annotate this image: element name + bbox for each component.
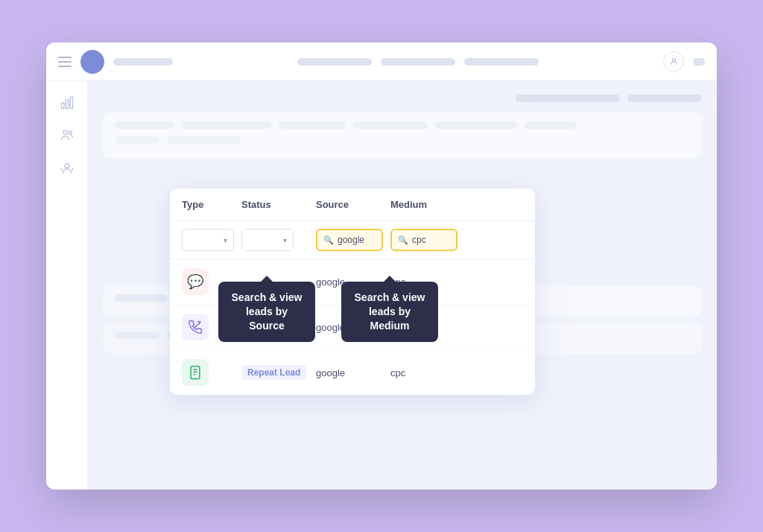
table-row: Repeat Lead google cpc xyxy=(170,350,535,395)
bg-table-top xyxy=(103,113,702,159)
hamburger-icon[interactable] xyxy=(58,57,72,67)
col-type: Type xyxy=(182,199,241,210)
svg-line-11 xyxy=(194,322,200,329)
svg-rect-2 xyxy=(66,100,68,109)
medium-search-value[interactable]: cpc xyxy=(412,235,426,245)
column-headers: Type Status Source Medium xyxy=(170,189,535,221)
main-layout: Type Status Source Medium ▾ xyxy=(46,81,717,490)
svg-rect-1 xyxy=(61,103,63,109)
browser-window: Type Status Source Medium ▾ xyxy=(46,42,717,490)
filter-row: ▾ ▾ 🔍 google xyxy=(170,221,535,259)
sidebar-item-leads[interactable] xyxy=(59,127,75,144)
content-area: Type Status Source Medium ▾ xyxy=(88,81,717,490)
tooltip-source-text: Search & view leads by Source xyxy=(232,291,303,332)
tooltip-source: Search & view leads by Source xyxy=(218,282,315,342)
top-bar xyxy=(46,42,717,81)
source-search-field[interactable]: 🔍 google xyxy=(316,229,383,251)
status-select-box[interactable]: ▾ xyxy=(241,229,294,251)
type-filter[interactable]: ▾ xyxy=(182,229,241,251)
content-top xyxy=(103,95,702,102)
nav-link-1[interactable] xyxy=(297,58,372,66)
medium-search-field[interactable]: 🔍 cpc xyxy=(390,229,458,251)
top-bar-placeholder-2 xyxy=(627,95,702,102)
source-search-value[interactable]: google xyxy=(338,235,364,245)
type-select-box[interactable]: ▾ xyxy=(182,229,234,251)
top-bar-placeholder-1 xyxy=(516,95,620,102)
type-icon-phone xyxy=(182,314,209,341)
type-icon-form xyxy=(182,359,209,386)
tooltip-medium: Search & view leads by Medium xyxy=(341,282,438,342)
status-cell-3: Repeat Lead xyxy=(241,365,316,380)
svg-point-0 xyxy=(672,58,675,61)
nav-link-2[interactable] xyxy=(381,58,455,66)
svg-point-6 xyxy=(65,164,69,168)
user-menu-icon[interactable] xyxy=(663,51,684,72)
avatar xyxy=(80,50,104,74)
col-source: Source xyxy=(316,199,390,210)
medium-cell-3: cpc xyxy=(390,367,465,379)
sidebar-item-analytics[interactable] xyxy=(59,95,75,111)
svg-rect-3 xyxy=(70,98,72,109)
app-name-placeholder xyxy=(113,58,173,66)
col-status: Status xyxy=(241,199,316,210)
sidebar xyxy=(46,81,88,490)
source-search-icon: 🔍 xyxy=(323,235,334,245)
svg-point-4 xyxy=(63,130,67,134)
type-select-arrow: ▾ xyxy=(224,236,227,244)
status-filter[interactable]: ▾ xyxy=(241,229,316,251)
status-select-arrow: ▾ xyxy=(283,236,287,244)
svg-point-5 xyxy=(69,131,72,134)
source-cell-3: google xyxy=(316,367,390,379)
tooltip-medium-text: Search & view leads by Medium xyxy=(355,291,425,332)
medium-search-icon: 🔍 xyxy=(398,235,408,245)
repeat-lead-badge: Repeat Lead xyxy=(241,365,306,380)
col-medium: Medium xyxy=(390,199,465,210)
sidebar-item-contacts[interactable] xyxy=(59,160,75,177)
type-icon-chat: 💬 xyxy=(182,268,209,295)
nav-link-3[interactable] xyxy=(464,58,539,66)
user-dropdown-arrow xyxy=(693,58,705,66)
